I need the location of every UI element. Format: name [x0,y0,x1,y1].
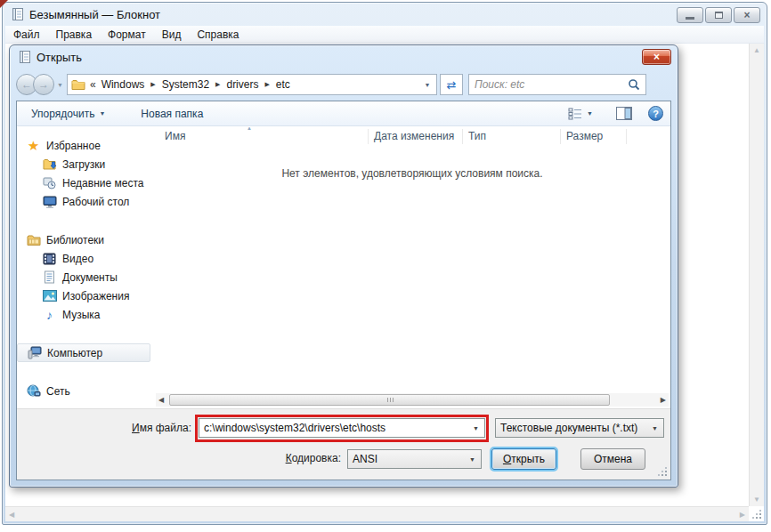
forward-button[interactable]: → [33,74,54,95]
downloads-folder-icon [42,157,57,172]
scrollbar-thumb[interactable] [169,394,610,406]
search-box[interactable] [468,74,646,95]
sidebar-item-label: Рабочий стол [62,196,129,208]
sidebar-item-favorites[interactable]: ★ Избранное [17,136,153,155]
music-icon: ♪ [42,308,57,322]
breadcrumb-separator-icon[interactable]: ▶ [215,81,220,88]
menu-format[interactable]: Формат [100,26,154,44]
file-name-label: Имя файла: [24,422,191,434]
dialog-title: Открыть [37,51,82,64]
file-type-combobox[interactable]: Текстовые документы (*.txt) ▼ [495,418,664,438]
sidebar-item-documents[interactable]: Документы [17,268,153,286]
help-button[interactable]: ? [648,106,663,121]
sidebar-item-downloads[interactable]: Загрузки [17,155,153,173]
column-divider[interactable] [560,129,561,144]
dialog-toolbar: Упорядочить ▼ Новая папка ▼ [17,101,670,126]
sidebar-item-label: Документы [62,271,118,284]
dialog-navigation-bar: ← → ▼ « Windows ▶ System32 ▶ drivers ▶ e… [16,72,671,97]
address-dropdown-icon[interactable]: ▼ [420,82,434,88]
sidebar-item-videos[interactable]: Видео [17,249,153,268]
menu-view[interactable]: Вид [154,26,190,44]
breadcrumb-overflow[interactable]: « [90,78,96,91]
sidebar-item-label: Сеть [46,385,70,398]
folder-icon [71,78,85,91]
sidebar-item-network[interactable]: Сеть [17,382,153,400]
window-title: Безымянный — Блокнот [29,8,160,21]
breadcrumb-windows[interactable]: Windows [101,78,145,91]
column-header-type[interactable]: Тип [468,130,486,142]
column-divider[interactable] [462,129,463,144]
sidebar-item-pictures[interactable]: Изображения [17,286,153,305]
new-folder-button[interactable]: Новая папка [134,103,210,125]
notepad-vertical-scrollbar[interactable]: ▲ ▼ [749,44,764,506]
sidebar-item-label: Музыка [62,309,100,321]
cancel-button[interactable]: Отмена [580,448,645,470]
notepad-icon [11,7,24,21]
maximize-button[interactable] [705,7,732,23]
file-name-value: c:\windows\system32\drivers\etc\hosts [204,422,386,434]
dialog-titlebar[interactable]: Открыть × [10,45,678,69]
column-header-name[interactable]: Имя [165,130,185,142]
empty-results-message: Нет элементов, удовлетворяющих условиям … [154,167,670,180]
menu-edit[interactable]: Правка [48,26,101,44]
sidebar-item-recent-places[interactable]: Недавние места [17,173,153,192]
maximize-icon [715,12,723,19]
breadcrumb-separator-icon[interactable]: ▶ [264,81,269,88]
sidebar-item-desktop[interactable]: Рабочий стол [17,192,153,211]
sidebar-item-music[interactable]: ♪ Музыка [17,305,153,324]
scroll-right-icon: ▶ [661,396,666,404]
change-view-button[interactable]: ▼ [561,103,600,125]
sidebar-item-label: Загрузки [62,158,105,171]
breadcrumb-etc[interactable]: etc [276,78,290,91]
chevron-down-icon: ▼ [99,110,105,117]
breadcrumb-system32[interactable]: System32 [162,78,209,91]
desktop-icon [42,195,57,209]
notepad-resize-grip[interactable] [750,507,763,520]
breadcrumb-separator-icon[interactable]: ▶ [150,81,155,88]
libraries-icon [26,233,41,247]
network-icon [26,384,41,399]
sidebar-item-libraries[interactable]: Библиотеки [17,230,153,249]
organize-button[interactable]: Упорядочить ▼ [24,103,112,125]
sidebar-item-label: Избранное [46,140,101,152]
search-input[interactable] [475,78,628,91]
notepad-titlebar[interactable]: Безымянный — Блокнот × [3,3,767,26]
sidebar-item-label: Компьютер [47,347,102,359]
column-header-size[interactable]: Размер [566,130,603,142]
file-list-horizontal-scrollbar[interactable]: ◀ ▶ [156,393,669,407]
dialog-resize-grip[interactable] [658,467,669,478]
documents-icon [42,270,57,285]
sort-ascending-icon: ▲ [247,127,252,131]
address-bar[interactable]: « Windows ▶ System32 ▶ drivers ▶ etc ▼ [67,74,437,95]
file-name-combobox[interactable]: c:\windows\system32\drivers\etc\hosts ▼ [199,418,485,438]
back-arrow-icon: ← [21,78,32,91]
dialog-close-button[interactable]: × [642,49,671,65]
refresh-button[interactable]: ⇄ [440,74,463,95]
notepad-horizontal-scrollbar[interactable]: ◀ ▶ [5,506,749,521]
column-header-date-modified[interactable]: Дата изменения [374,130,454,142]
screenshot-root: Безымянный — Блокнот × Файл Правка Форма… [0,0,771,532]
chevron-down-icon[interactable]: ▼ [467,425,484,431]
chevron-down-icon[interactable]: ▼ [646,425,663,431]
recent-pages-chevron-icon[interactable]: ▼ [57,82,63,88]
menu-help[interactable]: Справка [189,26,247,44]
open-button[interactable]: Открыть [491,448,556,470]
recent-places-icon [42,176,57,190]
preview-pane-button[interactable] [609,103,639,125]
close-button[interactable]: × [734,7,760,23]
chevron-down-icon[interactable]: ▼ [464,456,481,463]
column-divider[interactable] [368,129,369,144]
search-icon [628,78,640,91]
menu-file[interactable]: Файл [5,26,48,44]
breadcrumb-drivers[interactable]: drivers [226,78,258,91]
red-corner-artifact [0,0,8,8]
column-divider[interactable] [626,129,627,144]
file-type-value: Текстовые документы (*.txt) [500,422,637,434]
minimize-button[interactable] [677,7,703,23]
forward-arrow-icon: → [38,78,49,91]
sidebar-item-computer[interactable]: Компьютер [17,343,150,362]
star-icon: ★ [26,139,41,153]
encoding-combobox[interactable]: ANSI ▼ [347,449,482,469]
sidebar-item-label: Изображения [62,290,129,302]
sidebar-item-label: Недавние места [62,177,143,189]
